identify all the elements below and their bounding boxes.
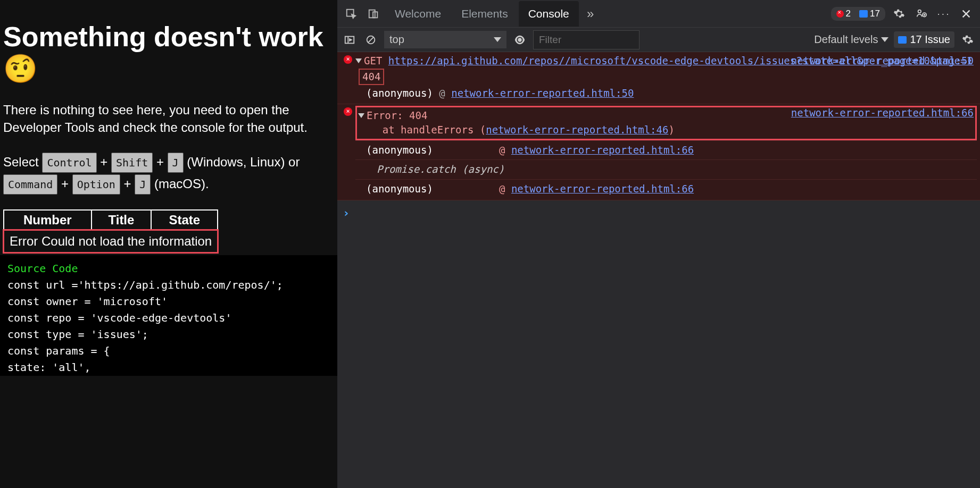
source-link[interactable]: network-error-reported.html:66	[791, 106, 974, 121]
issue-msg-icon	[898, 36, 907, 44]
console-entry-body: Error: 404 network-error-reported.html:6…	[355, 106, 977, 199]
context-selector[interactable]: top	[384, 31, 506, 48]
highlighted-error-box: Error: 404 network-error-reported.html:6…	[355, 106, 977, 140]
kbd-command: Command	[3, 174, 57, 195]
page-intro: There is nothing to see here, you need t…	[3, 101, 334, 137]
svg-rect-1	[369, 10, 375, 18]
status-404-badge: 404	[359, 69, 384, 86]
levels-label: Default levels	[814, 33, 878, 46]
th-state: State	[151, 210, 218, 230]
more-tabs-icon[interactable]: »	[580, 3, 601, 24]
macos-suffix: (macOS).	[151, 176, 209, 191]
issue-count-chip[interactable]: 17	[855, 8, 884, 20]
error-x-icon: ×	[344, 107, 352, 116]
expand-triangle-icon[interactable]	[355, 58, 362, 63]
table-header-row: Number Title State	[4, 210, 218, 230]
src-line: const params = {	[7, 343, 330, 359]
stack-link[interactable]: network-error-reported.html:50	[451, 87, 634, 99]
inspect-element-icon[interactable]	[340, 3, 362, 24]
source-code-block: Source Code const url ='https://api.gith…	[0, 255, 337, 376]
issue-msg-icon	[859, 10, 868, 18]
kbd-j-mac: J	[135, 174, 151, 195]
error-x-icon: ×	[344, 55, 352, 64]
stack-fn: (anonymous)	[366, 143, 499, 158]
live-expression-icon[interactable]	[512, 29, 528, 51]
stack-line: (anonymous) @ network-error-reported.htm…	[355, 85, 977, 102]
source-link[interactable]: network-error-reported.html:50	[791, 54, 974, 69]
issues-pill-text: 17 Issue	[910, 33, 950, 46]
chevron-down-icon	[881, 37, 888, 42]
stack-link[interactable]: network-error-reported.html:66	[511, 183, 694, 195]
console-output: × GET https://api.github.com/repos//micr…	[337, 52, 980, 488]
console-error-row[interactable]: × GET https://api.github.com/repos//micr…	[337, 52, 980, 104]
stack-fn: (anonymous)	[366, 87, 433, 99]
tab-welcome[interactable]: Welcome	[385, 1, 451, 27]
plus: +	[120, 176, 135, 191]
prompt-chevron-icon: ›	[343, 205, 350, 222]
winlinux-suffix: (Windows, Linux) or	[184, 155, 300, 169]
error-text: Error: 404	[367, 110, 427, 121]
table-error-cell: Error Could not load the information	[4, 230, 218, 253]
chevron-down-icon	[494, 37, 501, 42]
console-prompt[interactable]: ›	[337, 200, 980, 226]
expand-triangle-icon[interactable]	[358, 113, 364, 118]
stack-at: @	[499, 144, 505, 156]
src-line: const owner = 'microsoft'	[7, 293, 330, 310]
kbd-shift: Shift	[111, 153, 153, 173]
status-badges[interactable]: 2 17	[831, 7, 885, 21]
plus: +	[153, 155, 167, 169]
console-toolbar: top Default levels 17 Issue	[337, 28, 980, 52]
page-title: Something doesn't work 🤨	[3, 21, 334, 85]
webpage-pane: Something doesn't work 🤨 There is nothin…	[0, 0, 337, 488]
kebab-menu-icon[interactable]: ···	[933, 3, 954, 24]
plus: +	[57, 176, 72, 191]
shortcut-instructions: Select Control + Shift + J (Windows, Lin…	[3, 152, 334, 195]
table-error-row: Error Could not load the information	[4, 230, 218, 253]
stack-sub-row: (anonymous) @ network-error-reported.htm…	[355, 140, 977, 160]
context-value: top	[389, 33, 404, 46]
issues-pill[interactable]: 17 Issue	[894, 31, 954, 48]
devtools-pane: Welcome Elements Console » 2 17 ···	[337, 0, 980, 488]
issues-table: Number Title State Error Could not load …	[3, 209, 218, 253]
http-method: GET	[364, 55, 382, 66]
error-count: 2	[846, 9, 851, 19]
error-count-chip[interactable]: 2	[832, 8, 855, 20]
stack-sub-row: (anonymous) @ network-error-reported.htm…	[355, 179, 977, 199]
kbd-option: Option	[72, 174, 120, 195]
source-code-title: Source Code	[7, 260, 330, 277]
src-line: const type = 'issues';	[7, 326, 330, 343]
stack-at: @	[439, 87, 445, 99]
error-gutter: ×	[340, 106, 355, 199]
settings-gear-icon[interactable]	[888, 3, 910, 24]
stack-link[interactable]: network-error-reported.html:66	[511, 144, 694, 156]
shortcut-prefix: Select	[3, 155, 42, 169]
clear-console-icon[interactable]	[363, 29, 379, 51]
th-title: Title	[92, 210, 152, 230]
error-dot-icon	[836, 10, 844, 18]
stack-fn: (anonymous)	[366, 182, 499, 197]
log-levels-selector[interactable]: Default levels	[814, 33, 888, 46]
plus: +	[97, 155, 111, 169]
kbd-j: J	[168, 153, 184, 173]
filter-input[interactable]	[533, 30, 640, 49]
stack-at-text: at handleErrors (	[358, 124, 486, 136]
tab-console[interactable]: Console	[519, 1, 579, 27]
promise-async-label: Promise.catch (async)	[366, 162, 504, 177]
console-error-row[interactable]: × Error: 404 network-error-reported.html…	[337, 104, 980, 201]
src-line: const url ='https://api.github.com/repos…	[7, 277, 330, 293]
stack-sub-row: Promise.catch (async)	[355, 159, 977, 179]
issue-count: 17	[870, 9, 880, 19]
sidebar-toggle-icon[interactable]	[342, 29, 358, 51]
devtools-tabstrip: Welcome Elements Console » 2 17 ···	[337, 0, 980, 28]
stack-link[interactable]: network-error-reported.html:46	[486, 124, 668, 136]
console-settings-gear-icon[interactable]	[960, 29, 976, 51]
close-devtools-icon[interactable]	[956, 3, 977, 24]
error-gutter: ×	[340, 54, 355, 102]
stack-at: @	[499, 183, 505, 195]
svg-point-3	[918, 10, 921, 13]
tab-elements[interactable]: Elements	[452, 1, 518, 27]
stack-at-close: )	[668, 124, 674, 136]
device-toolbar-icon[interactable]	[363, 3, 384, 24]
feedback-icon[interactable]	[911, 3, 932, 24]
src-line: state: 'all',	[7, 359, 330, 376]
